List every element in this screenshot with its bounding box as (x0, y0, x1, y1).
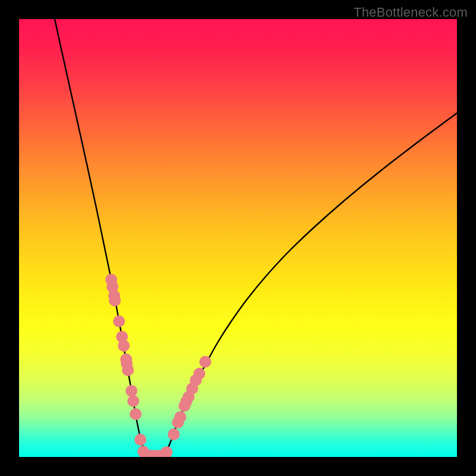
dot-layer (105, 274, 211, 457)
data-point (168, 428, 180, 440)
watermark-text: TheBottleneck.com (353, 5, 468, 20)
chart-svg (19, 19, 457, 457)
chart-frame: TheBottleneck.com (0, 0, 476, 476)
chart-plot-area (19, 19, 457, 457)
data-point (199, 356, 211, 368)
data-point (118, 340, 130, 352)
data-point (126, 385, 137, 397)
data-point (109, 295, 121, 306)
data-point (127, 395, 139, 407)
data-point (113, 315, 125, 327)
data-point (122, 364, 134, 376)
series-right-curve (164, 113, 457, 457)
data-point (174, 411, 186, 423)
data-point (161, 446, 173, 457)
curve-layer (55, 19, 457, 457)
data-point (193, 368, 205, 380)
data-point (130, 408, 142, 420)
data-point (134, 434, 146, 446)
